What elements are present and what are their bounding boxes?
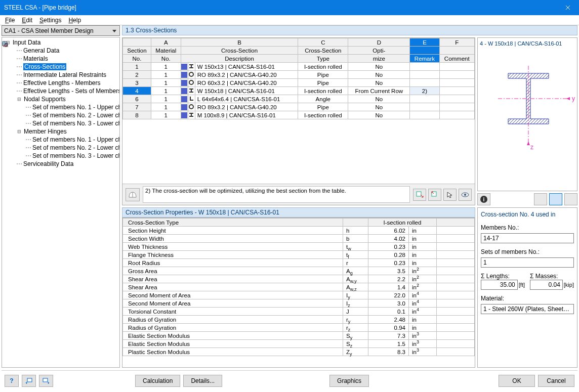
close-button[interactable] — [556, 0, 579, 15]
menubar: FileEditSettingsHelp — [0, 15, 579, 25]
menu-edit[interactable]: Edit — [19, 16, 35, 24]
window-title: STEEL CSA - [Pipe bridge] — [4, 4, 556, 11]
menu-file[interactable]: File — [2, 16, 18, 24]
titlebar: STEEL CSA - [Pipe bridge] — [0, 0, 579, 15]
close-icon — [565, 5, 570, 10]
menu-help[interactable]: Help — [65, 16, 84, 24]
menu-settings[interactable]: Settings — [36, 16, 64, 24]
